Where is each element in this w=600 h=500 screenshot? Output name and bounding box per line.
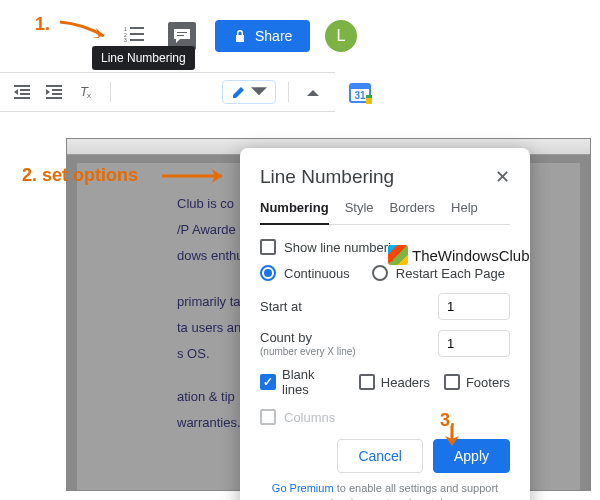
cancel-button[interactable]: Cancel xyxy=(337,439,423,473)
restart-radio[interactable] xyxy=(372,265,388,281)
annotation-1: 1. xyxy=(35,14,50,35)
premium-note: Go Premium to enable all settings and su… xyxy=(260,481,510,500)
continuous-label: Continuous xyxy=(284,266,350,281)
toolbar-separator xyxy=(110,82,111,102)
show-line-numbering-label: Show line numbering xyxy=(284,240,405,255)
svg-rect-19 xyxy=(350,84,370,89)
tab-help[interactable]: Help xyxy=(451,200,478,224)
restart-label: Restart Each Page xyxy=(396,266,505,281)
arrow-2 xyxy=(162,166,234,186)
continuous-radio[interactable] xyxy=(260,265,276,281)
outdent-icon[interactable] xyxy=(10,80,34,104)
calendar-icon[interactable]: 31 xyxy=(348,80,372,104)
svg-rect-5 xyxy=(130,39,144,41)
svg-rect-10 xyxy=(20,93,30,95)
columns-label: Columns xyxy=(284,410,335,425)
line-numbering-dialog: Line Numbering ✕ Numbering Style Borders… xyxy=(240,148,530,500)
start-at-input[interactable] xyxy=(438,293,510,320)
toolbar-separator xyxy=(288,82,289,102)
svg-rect-22 xyxy=(366,95,372,98)
arrow-3 xyxy=(442,426,462,448)
svg-rect-7 xyxy=(177,35,184,36)
footers-label: Footers xyxy=(466,375,510,390)
blank-lines-label: Blank lines xyxy=(282,367,345,397)
svg-rect-9 xyxy=(20,89,30,91)
svg-rect-21 xyxy=(366,98,372,104)
svg-text:x: x xyxy=(87,91,91,100)
svg-rect-3 xyxy=(130,33,144,35)
share-label: Share xyxy=(255,28,292,44)
tooltip-line-numbering: Line Numbering xyxy=(92,46,195,70)
lock-icon xyxy=(233,29,247,43)
svg-rect-6 xyxy=(177,32,187,33)
svg-rect-12 xyxy=(46,85,62,87)
toolbar-formatting: Tx xyxy=(0,72,335,112)
svg-text:3: 3 xyxy=(124,37,127,42)
close-button[interactable]: ✕ xyxy=(495,166,510,188)
count-by-sublabel: (number every X line) xyxy=(260,346,356,357)
avatar[interactable]: L xyxy=(325,20,357,52)
go-premium-link[interactable]: Go Premium xyxy=(272,482,334,494)
svg-rect-14 xyxy=(52,93,62,95)
line-numbering-icon[interactable]: 123 xyxy=(122,22,146,46)
indent-icon[interactable] xyxy=(42,80,66,104)
annotation-2: 2. set options xyxy=(22,165,138,186)
tab-numbering[interactable]: Numbering xyxy=(260,200,329,225)
footers-checkbox[interactable] xyxy=(444,374,460,390)
dialog-title: Line Numbering xyxy=(260,166,394,188)
share-button[interactable]: Share xyxy=(215,20,310,52)
tab-borders[interactable]: Borders xyxy=(390,200,436,224)
svg-rect-13 xyxy=(52,89,62,91)
headers-checkbox[interactable] xyxy=(359,374,375,390)
arrow-1 xyxy=(58,18,113,48)
columns-checkbox xyxy=(260,409,276,425)
show-line-numbering-checkbox[interactable] xyxy=(260,239,276,255)
svg-rect-15 xyxy=(46,97,62,99)
edit-mode-button[interactable] xyxy=(222,80,276,104)
start-at-label: Start at xyxy=(260,299,302,314)
svg-rect-8 xyxy=(14,85,30,87)
svg-rect-1 xyxy=(130,27,144,29)
tab-style[interactable]: Style xyxy=(345,200,374,224)
chevron-down-icon xyxy=(251,84,267,100)
svg-text:31: 31 xyxy=(354,90,366,101)
count-by-label: Count by (number every X line) xyxy=(260,330,356,357)
headers-label: Headers xyxy=(381,375,430,390)
expand-up-icon[interactable] xyxy=(301,80,325,104)
dialog-tabs: Numbering Style Borders Help xyxy=(260,200,510,225)
svg-rect-11 xyxy=(14,97,30,99)
pencil-icon xyxy=(231,84,247,100)
count-by-input[interactable] xyxy=(438,330,510,357)
blank-lines-checkbox[interactable] xyxy=(260,374,276,390)
clear-format-icon[interactable]: Tx xyxy=(74,80,98,104)
